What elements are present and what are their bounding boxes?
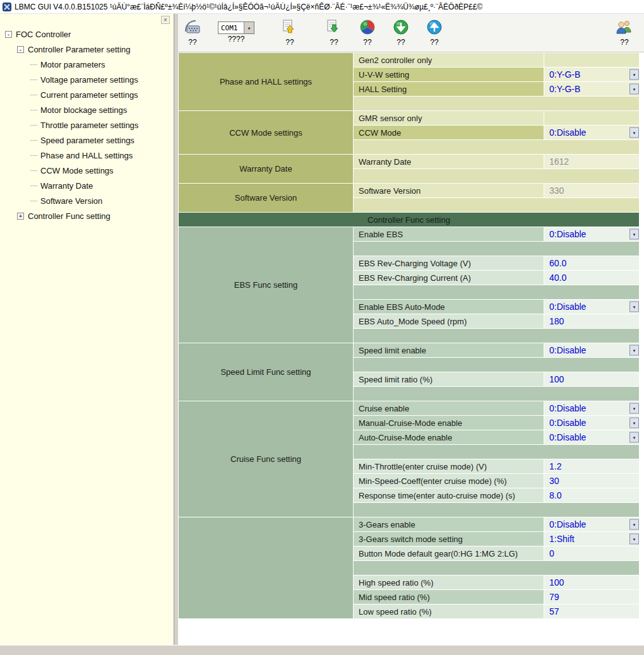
blue-sync-button[interactable]: ??	[426, 17, 443, 47]
setting-value-cell[interactable]: 30	[544, 474, 640, 488]
tree-item[interactable]: Phase and HALL settings	[0, 148, 174, 163]
setting-value-cell[interactable]: 0:Disable▼	[544, 343, 640, 358]
setting-value-cell[interactable]: 0:Y-G-B▼	[544, 68, 640, 82]
setting-value-cell[interactable]: 60.0	[544, 256, 640, 271]
dropdown-button[interactable]: ▼	[629, 229, 639, 240]
collapse-icon[interactable]: -	[5, 31, 12, 38]
setting-value-cell[interactable]: 1.2	[544, 459, 640, 474]
setting-value-cell[interactable]: 40.0	[544, 271, 640, 285]
toolbar: ?? COM1 ▼ ????	[178, 14, 644, 52]
tree-item[interactable]: Warranty Date	[0, 178, 174, 193]
dropdown-button[interactable]: ▼	[629, 403, 639, 414]
download-page-icon	[325, 17, 343, 37]
dropdown-button[interactable]: ▼	[629, 534, 639, 545]
tree-item-label[interactable]: Warranty Date	[40, 181, 93, 191]
collapse-icon[interactable]: -	[17, 46, 24, 53]
tree-item-label[interactable]: Motor blockage settings	[40, 105, 127, 115]
color-ball-icon	[359, 17, 376, 37]
tree-item[interactable]: Speed parameter settings	[0, 133, 174, 148]
tree-item-label[interactable]: Speed parameter settings	[40, 136, 134, 145]
dropdown-button[interactable]: ▼	[629, 519, 639, 530]
field-value: 0:Disable	[549, 403, 586, 413]
tree-item-label[interactable]: Current parameter settings	[40, 90, 138, 100]
spacer-row	[354, 387, 640, 401]
tree-branch-line	[30, 110, 37, 110]
spacer-row	[354, 445, 640, 459]
tree-item-label[interactable]: CCW Mode settings	[40, 166, 114, 175]
tree-item[interactable]: +Controller Func setting	[0, 208, 174, 223]
setting-value-cell[interactable]: 100	[544, 575, 640, 590]
group-cell: CCW Mode settings	[179, 111, 354, 155]
setting-value-cell[interactable]: 8.0	[544, 488, 640, 503]
tree-item-label[interactable]: Throttle parameter settings	[40, 121, 138, 130]
tree-item-label[interactable]: Software Version	[40, 196, 102, 206]
dropdown-button[interactable]: ▼	[629, 127, 639, 138]
tree-item-label[interactable]: Phase and HALL settings	[40, 151, 133, 160]
field-value: 0:Disable	[549, 418, 586, 428]
setting-value-cell[interactable]: 0:Disable▼	[544, 430, 640, 445]
setting-value-cell[interactable]: 100	[544, 372, 640, 387]
setting-value-cell[interactable]: 0:Disable▼	[544, 401, 640, 416]
tree-item[interactable]: Software Version	[0, 193, 174, 208]
tree-item-label[interactable]: Controller Parameter setting	[28, 45, 131, 54]
tree-item-label[interactable]: Controller Func setting	[28, 211, 110, 221]
dropdown-button[interactable]: ▼	[629, 69, 639, 80]
setting-value-cell[interactable]: 180	[544, 314, 640, 329]
tree-item[interactable]: Throttle parameter settings	[0, 117, 174, 133]
setting-value-cell[interactable]: 0:Disable▼	[544, 300, 640, 314]
main-content: × -FOC Controller-Controller Parameter s…	[0, 14, 644, 645]
dropdown-button[interactable]: ▼	[629, 84, 639, 95]
tree-branch-line	[30, 186, 37, 186]
setting-label: Button Mode default gear(0:HG 1:MG 2:LG)	[354, 546, 544, 561]
table-row: 3-Gears enable0:Disable▼	[179, 517, 640, 532]
tree-item[interactable]: Motor parameters	[0, 57, 174, 72]
setting-value-cell[interactable]: 0	[544, 546, 640, 561]
connect-button[interactable]: ??	[183, 17, 202, 47]
setting-value-cell: 330	[544, 184, 640, 198]
spacer-row	[354, 97, 640, 111]
dropdown-button[interactable]: ▼	[629, 302, 639, 312]
setting-value-cell[interactable]: 0:Disable▼	[544, 517, 640, 532]
tree-item[interactable]: -FOC Controller	[0, 27, 174, 42]
setting-value-cell[interactable]: 1:Shift▼	[544, 532, 640, 546]
spacer-row	[354, 242, 640, 256]
tree-item-label[interactable]: FOC Controller	[16, 30, 71, 39]
close-icon[interactable]: ×	[161, 16, 170, 24]
expand-icon[interactable]: +	[17, 213, 24, 220]
setting-label: High speed ratio (%)	[354, 575, 544, 590]
setting-value-cell[interactable]: 0:Y-G-B▼	[544, 82, 640, 97]
setting-value-cell[interactable]: 57	[544, 605, 640, 619]
field-value: 60.0	[549, 258, 566, 268]
tree-item[interactable]: CCW Mode settings	[0, 163, 174, 178]
dropdown-button[interactable]: ▼	[629, 418, 639, 428]
tree-item-label[interactable]: Voltage parameter settings	[40, 75, 138, 85]
spacer-row	[354, 358, 640, 372]
write-params-button[interactable]: ??	[281, 17, 299, 47]
spacer-row	[354, 503, 640, 517]
dropdown-button[interactable]: ▼	[629, 345, 639, 356]
green-download-button[interactable]: ??	[392, 17, 410, 47]
spacer-row	[354, 285, 640, 300]
network-ball-button[interactable]: ??	[359, 17, 376, 47]
toolbar-label: ??	[188, 38, 196, 47]
tree-item[interactable]: Voltage parameter settings	[0, 72, 174, 87]
tree-item[interactable]: Current parameter settings	[0, 87, 174, 102]
field-value: 0:Y-G-B	[549, 69, 580, 80]
tree-item-label[interactable]: Motor parameters	[40, 60, 105, 69]
com-port-select[interactable]: COM1 ▼	[218, 21, 254, 34]
setting-value-cell[interactable]: 79	[544, 590, 640, 605]
main-panel: ?? COM1 ▼ ????	[178, 14, 644, 645]
users-button[interactable]: ??	[615, 17, 634, 47]
tree-item[interactable]: Motor blockage settings	[0, 102, 174, 117]
setting-label: Auto-Cruise-Mode enable	[354, 430, 544, 445]
chevron-down-icon[interactable]: ▼	[244, 22, 254, 33]
table-row: Software VersionSoftware Version330	[179, 184, 640, 198]
dropdown-button[interactable]: ▼	[629, 432, 639, 443]
read-params-button[interactable]: ??	[325, 17, 343, 47]
setting-value-cell[interactable]: 0:Disable▼	[544, 126, 640, 140]
sidebar-header: ×	[0, 14, 174, 25]
setting-value-cell[interactable]: 0:Disable▼	[544, 227, 640, 242]
setting-value-cell[interactable]: 0:Disable▼	[544, 416, 640, 430]
tree-item[interactable]: -Controller Parameter setting	[0, 42, 174, 57]
setting-label: CCW Mode	[354, 126, 544, 140]
